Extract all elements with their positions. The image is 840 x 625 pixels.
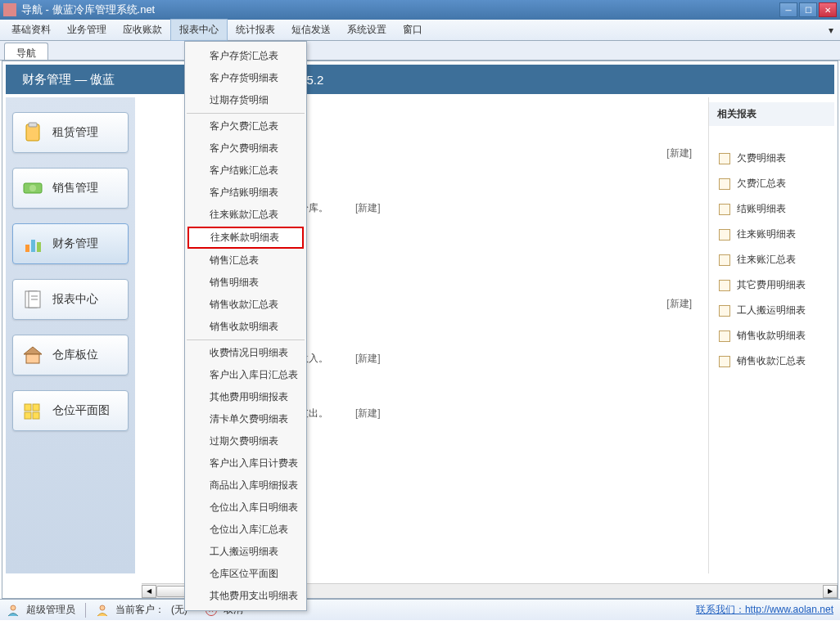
dropdown-item[interactable]: 客户出入库日汇总表 — [187, 364, 305, 386]
menu-overflow-icon[interactable]: ▾ — [825, 25, 837, 36]
sidebar-item-finance[interactable]: 财务管理 — [12, 223, 129, 264]
report-link[interactable]: 欠费明细表 — [709, 146, 834, 171]
banner-title: 财务管理 ― 傲蓝 — [22, 72, 115, 88]
menu-reports[interactable]: 报表中心 — [170, 19, 228, 41]
report-label: 销售收款明细表 — [737, 329, 806, 343]
dropdown-item[interactable]: 其他费用明细报表 — [187, 386, 305, 408]
doc-icon — [719, 153, 730, 164]
svg-rect-15 — [25, 412, 31, 419]
dropdown-item[interactable]: 工人搬运明细表 — [187, 541, 305, 563]
dropdown-item[interactable]: 销售收款汇总表 — [187, 294, 305, 316]
user-icon — [7, 604, 20, 617]
svg-rect-14 — [33, 404, 39, 411]
doc-icon — [719, 204, 730, 215]
scroll-left-button[interactable]: ◀ — [142, 585, 156, 598]
dropdown-item[interactable]: 销售汇总表 — [187, 250, 305, 272]
scroll-right-button[interactable]: ▶ — [823, 585, 838, 598]
svg-rect-1 — [29, 123, 37, 127]
dropdown-item[interactable]: 客户结账明细表 — [187, 182, 305, 204]
doc-icon — [719, 305, 730, 317]
report-link[interactable]: 工人搬运明细表 — [709, 298, 834, 323]
dropdown-item[interactable]: 其他费用支出明细表 — [187, 585, 305, 607]
right-panel: 相关报表 欠费明细表欠费汇总表结账明细表往来账明细表往来账汇总表其它费用明细表工… — [708, 97, 834, 573]
menu-receivable[interactable]: 应收账款 — [115, 20, 170, 40]
dropdown-item[interactable]: 客户存货汇总表 — [187, 45, 305, 67]
menu-business[interactable]: 业务管理 — [59, 20, 115, 40]
reports-dropdown: 客户存货汇总表客户存货明细表过期存货明细客户欠费汇总表客户欠费明细表客户结账汇总… — [184, 41, 307, 611]
menu-window[interactable]: 窗口 — [395, 20, 431, 40]
new-link[interactable]: [新建] — [666, 297, 692, 311]
new-link[interactable]: [新建] — [355, 352, 381, 366]
report-label: 欠费汇总表 — [737, 177, 786, 191]
dropdown-item[interactable]: 销售收款明细表 — [187, 316, 305, 338]
doc-icon — [719, 178, 730, 190]
sidebar-item-warehouse[interactable]: 仓库板位 — [12, 335, 129, 375]
right-panel-title: 相关报表 — [709, 102, 834, 126]
svg-rect-6 — [37, 242, 41, 252]
dropdown-item[interactable]: 清卡单欠费明细表 — [187, 408, 305, 430]
dropdown-item[interactable]: 客户存货明细表 — [187, 67, 305, 89]
sidebar-item-sales[interactable]: 销售管理 — [12, 168, 129, 209]
menu-stats[interactable]: 统计报表 — [228, 20, 283, 40]
dropdown-item[interactable]: 客户结账汇总表 — [187, 160, 305, 182]
status-customer-label: 当前客户： — [115, 603, 165, 617]
report-link[interactable]: 往来账明细表 — [709, 222, 834, 247]
new-link[interactable]: [新建] — [355, 201, 381, 215]
menubar: 基础资料 业务管理 应收账款 报表中心 统计报表 短信发送 系统设置 窗口 ▾ — [0, 20, 840, 41]
minimize-button[interactable]: ─ — [779, 2, 797, 17]
dropdown-item[interactable]: 往来账款汇总表 — [187, 204, 305, 226]
tabstrip: 导航 — [0, 41, 840, 61]
report-link[interactable]: 结账明细表 — [709, 196, 834, 222]
report-link[interactable]: 欠费汇总表 — [709, 171, 834, 196]
dropdown-item[interactable]: 客户欠费汇总表 — [187, 115, 305, 137]
report-link[interactable]: 往来账汇总表 — [709, 247, 834, 272]
report-label: 欠费明细表 — [737, 151, 786, 165]
menu-sms[interactable]: 短信发送 — [283, 20, 339, 40]
doc-icon — [719, 280, 730, 291]
sidebar-item-rental[interactable]: 租赁管理 — [12, 112, 129, 153]
dropdown-item[interactable]: 客户欠费明细表 — [187, 137, 305, 160]
dropdown-item[interactable]: 收费情况日明细表 — [187, 342, 305, 364]
svg-rect-16 — [33, 412, 39, 419]
doc-icon — [719, 356, 730, 367]
contact-link[interactable]: 联系我们：http://www.aolan.net — [696, 603, 833, 617]
report-link[interactable]: 销售收款汇总表 — [709, 348, 834, 374]
report-link[interactable]: 其它费用明细表 — [709, 272, 834, 298]
doc-icon — [719, 254, 730, 266]
new-link[interactable]: [新建] — [355, 407, 381, 420]
statusbar: 超级管理员 当前客户： (无) ✕ 取消 联系我们：http://www.aol… — [0, 599, 840, 620]
svg-point-18 — [100, 605, 105, 610]
dropdown-item[interactable]: 客户出入库日计费表 — [187, 452, 305, 474]
dropdown-item[interactable]: 过期欠费明细表 — [187, 430, 305, 452]
clipboard-icon — [21, 121, 44, 144]
body-row: 租赁管理 销售管理 财务管理 报表中心 仓库板位 仓位平面图 — [6, 97, 834, 573]
dropdown-item[interactable]: 仓位出入库汇总表 — [187, 519, 305, 541]
report-label: 往来账明细表 — [737, 227, 796, 241]
menu-basic[interactable]: 基础资料 — [3, 20, 59, 40]
menu-settings[interactable]: 系统设置 — [339, 20, 395, 40]
window-buttons: ─ ☐ ✕ — [779, 2, 837, 17]
new-link[interactable]: [新建] — [666, 146, 692, 160]
report-icon — [21, 288, 44, 311]
doc-icon — [719, 229, 730, 241]
dropdown-item[interactable]: 仓库区位平面图 — [187, 563, 305, 585]
report-label: 其它费用明细表 — [737, 278, 806, 292]
dropdown-item[interactable]: 往来帐款明细表 — [187, 227, 304, 249]
tab-nav[interactable]: 导航 — [4, 43, 48, 60]
sidebar-item-reports[interactable]: 报表中心 — [12, 279, 129, 320]
dropdown-item[interactable]: 仓位出入库日明细表 — [187, 497, 305, 519]
sidebar-item-label: 财务管理 — [52, 236, 98, 251]
report-label: 工人搬运明细表 — [737, 304, 806, 317]
money-icon — [21, 177, 44, 200]
sidebar-item-label: 仓位平面图 — [52, 403, 110, 418]
sidebar-item-layout[interactable]: 仓位平面图 — [12, 390, 129, 431]
maximize-button[interactable]: ☐ — [799, 2, 817, 17]
dropdown-item[interactable]: 过期存货明细 — [187, 89, 305, 111]
dropdown-item[interactable]: 商品出入库明细报表 — [187, 474, 305, 497]
sidebar: 租赁管理 销售管理 财务管理 报表中心 仓库板位 仓位平面图 — [6, 97, 135, 573]
separator — [85, 603, 86, 618]
report-link[interactable]: 销售收款明细表 — [709, 323, 834, 348]
svg-rect-13 — [25, 404, 31, 411]
close-button[interactable]: ✕ — [819, 2, 837, 17]
dropdown-item[interactable]: 销售明细表 — [187, 272, 305, 294]
